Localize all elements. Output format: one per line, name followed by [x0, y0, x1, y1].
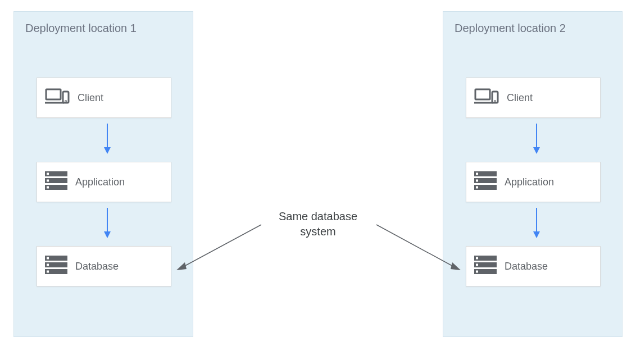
deployment-location-2-panel: Deployment location 2 Client	[443, 11, 623, 337]
server-icon	[45, 171, 67, 193]
deployment-location-1-panel: Deployment location 1 Client	[13, 11, 193, 337]
node-label: Client	[507, 92, 533, 104]
arrow-down-icon	[103, 124, 112, 154]
center-text-line1: Same database	[279, 210, 357, 222]
client-node: Client	[37, 78, 171, 118]
panel-title: Deployment location 2	[455, 22, 611, 35]
svg-rect-37	[476, 257, 478, 260]
database-node: Database	[466, 246, 601, 286]
svg-rect-39	[476, 271, 478, 273]
svg-rect-18	[47, 264, 49, 266]
application-node: Application	[466, 162, 601, 202]
svg-rect-38	[476, 264, 478, 266]
svg-rect-11	[47, 186, 49, 189]
svg-rect-30	[476, 180, 478, 182]
client-icon	[45, 88, 70, 107]
svg-marker-25	[533, 147, 540, 154]
server-icon	[474, 256, 497, 277]
svg-point-23	[495, 101, 496, 102]
svg-rect-19	[47, 271, 49, 273]
svg-point-3	[66, 101, 66, 102]
node-label: Client	[78, 92, 103, 104]
svg-rect-31	[476, 186, 478, 189]
svg-marker-33	[533, 231, 540, 238]
svg-marker-13	[104, 231, 111, 238]
panel-title: Deployment location 1	[25, 22, 181, 35]
svg-line-40	[182, 225, 261, 267]
center-text-line2: system	[300, 225, 335, 238]
arrow-down-icon	[532, 208, 541, 238]
svg-rect-10	[47, 180, 49, 182]
client-icon	[474, 88, 499, 107]
database-node: Database	[37, 246, 171, 286]
svg-marker-5	[104, 147, 111, 154]
server-icon	[474, 171, 497, 193]
svg-rect-29	[476, 173, 478, 175]
svg-rect-9	[47, 173, 49, 175]
node-label: Application	[505, 176, 554, 188]
svg-rect-20	[475, 89, 490, 99]
node-label: Database	[75, 261, 119, 272]
arrow-down-icon	[103, 208, 112, 238]
svg-rect-0	[46, 89, 61, 99]
server-icon	[45, 256, 67, 277]
node-label: Database	[505, 261, 548, 272]
svg-rect-17	[47, 257, 49, 260]
node-label: Application	[75, 176, 125, 188]
application-node: Application	[37, 162, 171, 202]
arrow-down-icon	[532, 124, 541, 154]
client-node: Client	[466, 78, 601, 118]
